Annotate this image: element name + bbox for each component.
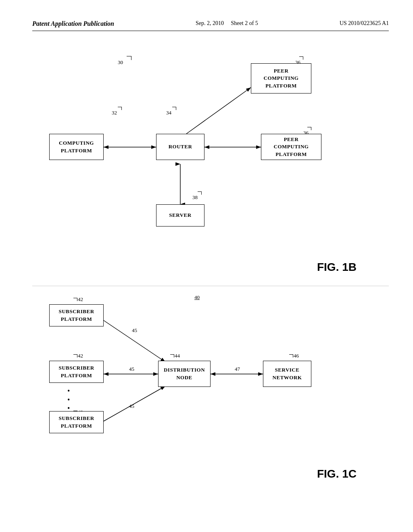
- label-32: 32: [112, 110, 117, 116]
- publication-date-sheet: Sep. 2, 2010 Sheet 2 of 5: [196, 20, 258, 27]
- subscriber-top-box: SUBSCRIBER PLATFORM: [49, 304, 104, 326]
- service-network-box: SERVICE NETWORK: [263, 361, 311, 387]
- sheet-info: Sheet 2 of 5: [231, 20, 258, 26]
- label-45-3: 45: [129, 403, 134, 409]
- fig1c-title: FIG. 1C: [32, 468, 357, 480]
- fig1b-diagram: 30 32 34 36 36 38 COMPUTING PLATFORM: [37, 47, 384, 257]
- server-box: SERVER: [156, 204, 204, 227]
- fig1b-title: FIG. 1B: [32, 261, 357, 274]
- page-header: Patent Application Publication Sep. 2, 2…: [32, 20, 389, 31]
- page: Patent Application Publication Sep. 2, 2…: [0, 0, 413, 532]
- peer-computing-right-box: PEER COMPUTING PLATFORM: [261, 134, 321, 160]
- label-45-1: 45: [132, 327, 137, 334]
- distribution-node-box: DISTRIBUTION NODE: [158, 361, 211, 387]
- label-38: 38: [192, 194, 198, 201]
- subscriber-bot-box: SUBSCRIBER PLATFORM: [49, 411, 104, 433]
- fig1c-diagram: 40 42 42 42 44 45 45 45 46: [37, 294, 384, 463]
- label-45-2: 45: [129, 366, 134, 372]
- subscriber-mid-box: SUBSCRIBER PLATFORM: [49, 361, 104, 383]
- label-47: 47: [235, 366, 240, 372]
- ellipsis-dots: •••: [67, 387, 71, 413]
- peer-computing-top-box: PEER COMPUTING PLATFORM: [251, 63, 311, 94]
- svg-line-12: [104, 320, 165, 362]
- fig1b-section: 30 32 34 36 36 38 COMPUTING PLATFORM: [32, 47, 389, 274]
- computing-platform-box: COMPUTING PLATFORM: [49, 134, 104, 160]
- label-30: 30: [118, 59, 123, 66]
- label-44: 44: [170, 353, 180, 359]
- fig1c-section: 40 42 42 42 44 45 45 45 46: [32, 294, 389, 480]
- svg-line-14: [104, 386, 165, 421]
- label-42-top: 42: [73, 296, 83, 303]
- label-42-mid: 42: [73, 353, 83, 359]
- section-divider: [32, 286, 389, 286]
- publication-date: Sep. 2, 2010: [196, 20, 224, 26]
- label-40: 40: [194, 294, 200, 301]
- router-box: ROUTER: [156, 134, 204, 160]
- label-34: 34: [166, 110, 171, 116]
- label-46: 46: [289, 353, 299, 359]
- svg-line-7: [186, 87, 251, 134]
- publication-title: Patent Application Publication: [32, 20, 114, 27]
- publication-number: US 2010/0223625 A1: [340, 20, 389, 27]
